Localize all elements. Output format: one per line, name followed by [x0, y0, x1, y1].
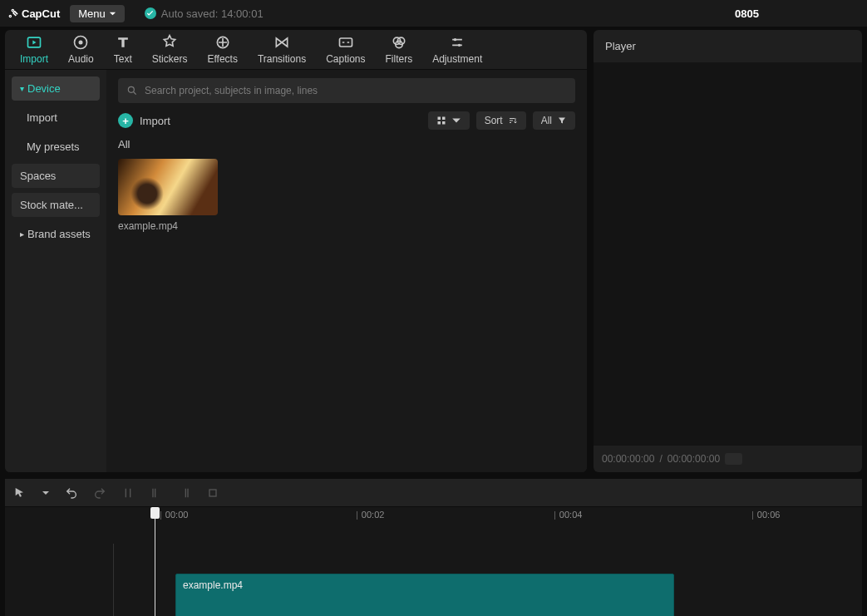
stickers-icon: [161, 34, 178, 51]
player-panel: Player 00:00:00:00 / 00:00:00:00: [594, 30, 862, 472]
media-item[interactable]: example.mp4: [118, 159, 218, 232]
chevron-down-icon: [109, 10, 116, 17]
sort-icon: [508, 116, 518, 126]
track-divider: [113, 544, 114, 616]
split-button[interactable]: [121, 486, 135, 500]
tab-label: Audio: [68, 53, 94, 65]
tab-captions[interactable]: Captions: [316, 31, 375, 68]
tab-label: Text: [114, 53, 132, 65]
menu-button[interactable]: Menu: [70, 5, 125, 22]
crop-button[interactable]: [206, 486, 219, 500]
delete-left-button[interactable]: [150, 486, 163, 500]
ruler-tick: 00:00: [160, 510, 188, 520]
timeline-clip[interactable]: example.mp4: [175, 574, 674, 616]
clip-name: example.mp4: [183, 579, 243, 591]
media-grid: example.mp4: [118, 159, 575, 232]
sidebar-item-presets[interactable]: My presets: [12, 135, 100, 159]
text-icon: [115, 34, 131, 51]
check-icon: [145, 7, 156, 19]
player-title: Player: [594, 30, 862, 62]
sidebar-item-import[interactable]: Import: [12, 106, 100, 130]
redo-button[interactable]: [93, 486, 106, 500]
tab-stickers[interactable]: Stickers: [142, 31, 198, 68]
timeline-ruler[interactable]: 00:00 00:02 00:04 00:06: [5, 507, 862, 527]
transitions-icon: [273, 34, 290, 51]
tab-effects[interactable]: Effects: [197, 31, 247, 68]
sidebar-item-label: Import: [27, 111, 57, 124]
tab-audio[interactable]: Audio: [58, 31, 104, 68]
filters-icon: [391, 34, 407, 51]
media-panel: Import Audio Text Stickers Effects Trans…: [5, 30, 587, 472]
tab-filters[interactable]: Filters: [376, 31, 423, 68]
app-logo: CapCut: [8, 7, 60, 20]
aspect-ratio-chip[interactable]: [725, 453, 742, 465]
svg-point-10: [128, 86, 134, 92]
svg-rect-12: [442, 117, 446, 121]
effects-icon: [214, 34, 231, 51]
view-mode-button[interactable]: [428, 111, 470, 130]
svg-point-2: [79, 41, 83, 45]
selection-dropdown[interactable]: [42, 489, 50, 497]
autosave-text: Auto saved: 14:00:01: [161, 7, 264, 20]
sidebar-item-spaces[interactable]: Spaces: [12, 164, 100, 188]
playhead-handle[interactable]: [150, 507, 160, 519]
autosave-indicator: Auto saved: 14:00:01: [145, 7, 264, 20]
delete-right-button[interactable]: [178, 486, 191, 500]
media-sidebar: ▾Device Import My presets Spaces Stock m…: [5, 70, 106, 472]
tab-label: Filters: [386, 53, 413, 65]
scissors-icon: [8, 7, 20, 19]
filter-icon: [557, 116, 567, 126]
caret-right-icon: ▸: [20, 229, 24, 239]
media-content: + Import Sort All: [106, 70, 587, 472]
player-viewport[interactable]: [594, 62, 862, 446]
timeline-panel: 00:00 00:02 00:04 00:06 example.mp4: [5, 479, 862, 616]
sidebar-item-label: Spaces: [20, 170, 56, 182]
ruler-tick: 00:02: [356, 510, 384, 520]
player-time-total: 00:00:00:00: [667, 453, 720, 465]
menu-label: Menu: [78, 7, 106, 20]
media-thumbnail[interactable]: [118, 159, 218, 215]
tab-import[interactable]: Import: [10, 31, 58, 68]
sidebar-item-brand[interactable]: ▸Brand assets: [12, 222, 100, 246]
playhead[interactable]: [155, 507, 155, 616]
svg-point-9: [458, 44, 461, 47]
ruler-tick: 00:06: [751, 510, 780, 520]
search-input[interactable]: [145, 85, 567, 96]
import-label: Import: [140, 115, 170, 127]
svg-rect-15: [209, 490, 216, 496]
tab-adjustment[interactable]: Adjustment: [422, 31, 492, 68]
svg-rect-14: [442, 121, 446, 125]
filter-all-button[interactable]: All: [533, 111, 575, 130]
player-footer: 00:00:00:00 / 00:00:00:00: [594, 446, 862, 472]
tab-label: Stickers: [152, 53, 188, 65]
svg-point-8: [454, 38, 456, 41]
tab-text[interactable]: Text: [104, 31, 142, 68]
audio-icon: [72, 34, 89, 51]
timeline-tracks[interactable]: example.mp4: [5, 527, 862, 616]
sort-button[interactable]: Sort: [476, 111, 526, 130]
selection-tool[interactable]: [13, 486, 27, 500]
app-name: CapCut: [22, 7, 60, 20]
import-media-icon: [26, 34, 42, 51]
search-bar[interactable]: [118, 78, 575, 103]
filter-label: All: [541, 115, 552, 126]
titlebar: CapCut Menu Auto saved: 14:00:01 0805: [0, 0, 867, 27]
plus-icon: +: [118, 113, 133, 128]
svg-rect-13: [437, 121, 441, 125]
player-time-sep: /: [659, 453, 662, 465]
media-item-name: example.mp4: [118, 220, 218, 232]
grid-icon: [436, 116, 446, 126]
tab-label: Adjustment: [432, 53, 482, 65]
sidebar-item-stock[interactable]: Stock mate...: [12, 193, 100, 217]
tab-transitions[interactable]: Transitions: [248, 31, 316, 68]
timeline-toolbar: [5, 479, 862, 507]
search-icon: [126, 85, 138, 96]
sidebar-item-label: Stock mate...: [20, 199, 83, 211]
undo-button[interactable]: [65, 486, 78, 500]
project-name: 0805: [735, 7, 759, 20]
sidebar-item-device[interactable]: ▾Device: [12, 76, 100, 101]
import-button[interactable]: + Import: [118, 113, 170, 128]
ruler-tick: 00:04: [554, 510, 582, 520]
adjustment-icon: [449, 34, 466, 51]
svg-rect-11: [437, 117, 441, 121]
